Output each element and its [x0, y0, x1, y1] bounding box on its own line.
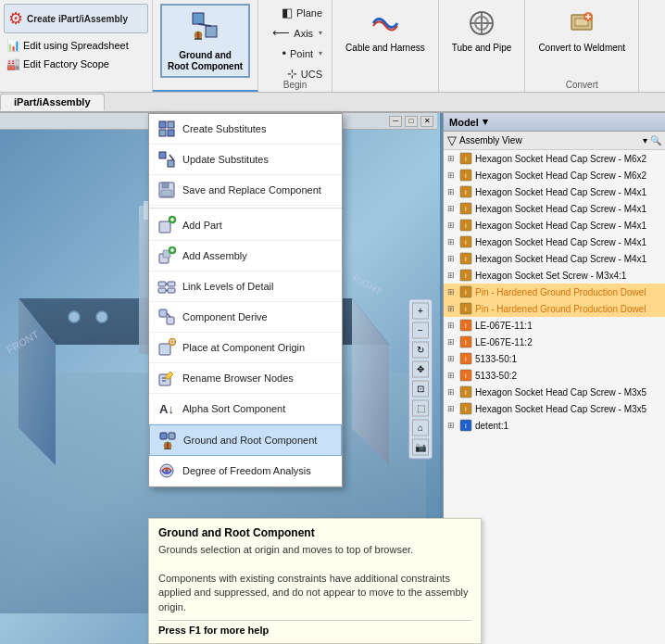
menu-component-derive[interactable]: Component Derive	[149, 302, 342, 333]
axis-dropdown-arrow: ▾	[319, 29, 322, 37]
create-substitutes-icon	[157, 119, 177, 139]
svg-text:i: i	[465, 305, 467, 313]
tree-item-icon: i	[458, 218, 473, 233]
tree-item[interactable]: ⊞ i Hexagon Socket Set Screw - M3x4:1	[444, 267, 665, 284]
tube-pipe-button[interactable]: Tube and Pipe	[446, 4, 518, 57]
svg-line-2	[198, 24, 211, 26]
plane-button[interactable]: ◧ Plane	[278, 4, 326, 21]
tree-item-label: Hexagon Socket Set Screw - M3x4:1	[475, 271, 626, 281]
svg-rect-62	[169, 433, 175, 439]
pan-button[interactable]: ✥	[412, 360, 429, 377]
dropdown-arrow-model[interactable]: ▾	[643, 135, 647, 145]
svg-text:i: i	[465, 188, 467, 196]
tree-item[interactable]: ⊞ i Hexagon Socket Head Cap Screw - M4x1	[444, 234, 665, 250]
edit-spreadsheet-button[interactable]: 📊 Edit using Spreadsheet	[4, 37, 148, 54]
menu-add-part[interactable]: Add Part	[149, 210, 342, 241]
menu-create-substitutes[interactable]: Create Substitutes	[149, 114, 342, 145]
add-part-icon	[157, 215, 177, 235]
camera-button[interactable]: 📷	[412, 438, 429, 455]
tooltip-body: Grounds selection at origin and moves to…	[158, 543, 471, 614]
tree-item[interactable]: ⊞ i Pin - Hardened Ground Production Dow…	[444, 284, 665, 300]
svg-rect-47	[168, 282, 175, 286]
cable-harness-label: Cable and Harness	[345, 43, 425, 53]
tree-item[interactable]: ⊞ i Hexagon Socket Head Cap Screw - M6x2	[444, 150, 665, 167]
menu-ground-root[interactable]: Ground and Root Component	[149, 424, 342, 456]
tree-item[interactable]: ⊞ i Hexagon Socket Head Cap Screw - M3x5	[444, 384, 665, 400]
tree-item-label: Hexagon Socket Head Cap Screw - M3x5	[475, 387, 646, 398]
tree-item[interactable]: ⊞ i 5133-50:2	[444, 367, 665, 384]
menu-save-replace[interactable]: Save and Replace Component	[149, 175, 342, 206]
menu-add-assembly[interactable]: Add Assembly	[149, 241, 342, 271]
viewport-close-button[interactable]: ✕	[420, 116, 433, 127]
convert-weldment-label: Convert to Weldment	[538, 43, 625, 53]
tree-item[interactable]: ⊞ i detent:1	[444, 417, 665, 434]
tree-expand-icon: ⊞	[447, 221, 458, 230]
menu-alpha-sort[interactable]: A↓ Alpha Sort Component	[149, 394, 342, 424]
tree-item[interactable]: ⊞ i Hexagon Socket Head Cap Screw - M4x1	[444, 200, 665, 217]
filter-icon[interactable]: ▽	[447, 133, 457, 147]
zoom-fit-button[interactable]: ⊡	[412, 380, 429, 397]
tree-item-label: Hexagon Socket Head Cap Screw - M6x2	[475, 154, 646, 164]
tree-item-label: Hexagon Socket Head Cap Screw - M4x1	[475, 187, 646, 197]
tree-item[interactable]: ⊞ i 5133-50:1	[444, 350, 665, 367]
tree-item[interactable]: ⊞ i LE-067E-11:2	[444, 334, 665, 350]
tree-item-label: Hexagon Socket Head Cap Screw - M3x5	[475, 404, 646, 414]
menu-place-component-origin[interactable]: Place at Component Origin	[149, 333, 342, 363]
home-view-button[interactable]: ⌂	[412, 419, 429, 436]
tooltip-box: Ground and Root Component Grounds select…	[148, 518, 482, 644]
tree-item-label: Hexagon Socket Head Cap Screw - M6x2	[475, 170, 646, 181]
ground-root-icon	[189, 9, 222, 48]
svg-point-67	[165, 469, 169, 473]
svg-text:i: i	[465, 422, 467, 430]
tree-expand-icon: ⊞	[447, 271, 458, 280]
orbit-button[interactable]: ↻	[412, 341, 429, 358]
menu-rename-browser[interactable]: Rename Browser Nodes	[149, 363, 342, 394]
ipart-icon: ⚙	[8, 8, 23, 29]
search-icon[interactable]: 🔍	[650, 135, 661, 145]
ucs-icon: ⊹	[287, 67, 297, 81]
viewport-maximize-button[interactable]: □	[405, 116, 418, 127]
tree-item[interactable]: ⊞ i Hexagon Socket Head Cap Screw - M4x1	[444, 217, 665, 234]
view-cube-button[interactable]: ⬚	[412, 399, 429, 416]
edit-factory-label: Edit Factory Scope	[23, 58, 109, 69]
zoom-out-button[interactable]: −	[412, 322, 429, 338]
model-panel-title: Model	[449, 117, 479, 128]
menu-degree-freedom[interactable]: Degree of Freedom Analysis	[149, 456, 342, 486]
svg-text:RIGHT: RIGHT	[351, 271, 384, 297]
viewport-minimize-button[interactable]: ─	[389, 116, 402, 127]
link-levels-label: Link Levels of Detail	[182, 281, 273, 292]
tree-item[interactable]: ⊞ i Hexagon Socket Head Cap Screw - M4x1	[444, 183, 665, 200]
svg-rect-61	[160, 433, 167, 439]
cable-harness-section: Cable and Harness	[332, 0, 439, 92]
svg-rect-37	[159, 221, 170, 233]
tree-item-icon: i	[458, 351, 473, 366]
tree-item[interactable]: ⊞ i Hexagon Socket Head Cap Screw - M4x1	[444, 250, 665, 267]
svg-rect-35	[162, 183, 169, 188]
tree-item[interactable]: ⊞ i Hexagon Socket Head Cap Screw - M3x5	[444, 400, 665, 417]
axis-button[interactable]: ⟵ Axis ▾	[269, 24, 326, 42]
cable-harness-button[interactable]: Cable and Harness	[340, 4, 431, 57]
tree-expand-icon: ⊞	[447, 237, 458, 246]
model-panel-toolbar: ▽ Assembly View ▾ 🔍	[444, 132, 665, 150]
ribbon: ⚙ Create iPart/iAssembly 📊 Edit using Sp…	[0, 0, 665, 93]
place-component-origin-icon	[157, 337, 177, 358]
tab-ipart-iassembly[interactable]: iPart/iAssembly	[0, 94, 105, 111]
tree-item[interactable]: ⊞ i Hexagon Socket Head Cap Screw - M6x2	[444, 167, 665, 183]
plane-axis-section: ◧ Plane ⟵ Axis ▾ • Point ▾ ⊹ UCS Begin	[258, 0, 332, 92]
convert-weldment-button[interactable]: Convert to Weldment	[533, 4, 631, 57]
tree-item[interactable]: ⊞ i LE-067E-11:1	[444, 317, 665, 334]
save-replace-icon	[157, 180, 177, 200]
plane-icon: ◧	[282, 6, 293, 19]
menu-link-levels[interactable]: Link Levels of Detail	[149, 271, 342, 302]
tree-expand-icon: ⊞	[447, 254, 458, 263]
zoom-in-button[interactable]: +	[412, 302, 429, 319]
tooltip-title: Ground and Root Component	[158, 526, 471, 539]
ground-root-button[interactable]: Ground andRoot Component	[160, 4, 250, 78]
edit-factory-scope-button[interactable]: 🏭 Edit Factory Scope	[4, 56, 148, 72]
menu-update-substitutes[interactable]: Update Substitutes	[149, 145, 342, 175]
create-ipart-button[interactable]: ⚙ Create iPart/iAssembly	[4, 4, 148, 33]
point-button[interactable]: • Point ▾	[278, 44, 326, 62]
svg-text:i: i	[465, 288, 467, 297]
tree-item[interactable]: ⊞ i Pin - Hardened Ground Production Dow…	[444, 300, 665, 317]
tree-expand-icon: ⊞	[447, 321, 458, 330]
